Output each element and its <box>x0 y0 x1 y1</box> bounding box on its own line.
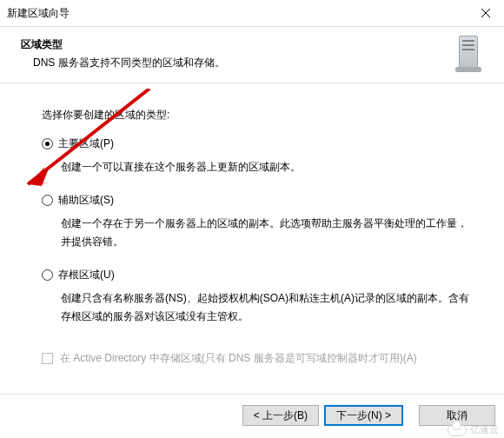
header-subtitle: DNS 服务器支持不同类型的区域和存储。 <box>17 56 225 70</box>
next-button[interactable]: 下一步(N) > <box>324 405 403 426</box>
radio-secondary-desc: 创建一个存在于另一个服务器上的区域的副本。此选项帮助主服务器平衡处理的工作量，并… <box>42 213 483 261</box>
wizard-body: 选择你要创建的区域的类型: 主要区域(P) 创建一个可以直接在这个服务器上更新的… <box>0 83 504 366</box>
radio-icon <box>42 195 53 206</box>
back-button[interactable]: < 上一步(B) <box>242 405 319 426</box>
radio-secondary[interactable]: 辅助区域(S) <box>42 193 483 208</box>
ad-storage-label: 在 Active Directory 中存储区域(只有 DNS 服务器是可写域控… <box>60 351 417 366</box>
radio-stub-desc: 创建只含有名称服务器(NS)、起始授权机构(SOA)和粘连主机(A)记录的区域的… <box>42 288 483 335</box>
ad-storage-checkbox: 在 Active Directory 中存储区域(只有 DNS 服务器是可写域控… <box>42 351 483 366</box>
radio-secondary-label: 辅助区域(S) <box>58 193 114 208</box>
header-text: 区域类型 DNS 服务器支持不同类型的区域和存储。 <box>17 36 225 72</box>
radio-primary-label: 主要区域(P) <box>58 136 114 151</box>
zone-type-group: 主要区域(P) 创建一个可以直接在这个服务器上更新的区域副本。 辅助区域(S) … <box>42 136 483 335</box>
prompt-text: 选择你要创建的区域的类型: <box>42 108 483 123</box>
radio-stub-label: 存根区域(U) <box>58 268 115 282</box>
close-button[interactable] <box>468 1 504 25</box>
checkbox-icon <box>42 353 53 364</box>
header-title: 区域类型 <box>17 37 225 52</box>
titlebar: 新建区域向导 <box>0 0 504 26</box>
radio-icon <box>42 138 53 149</box>
cancel-button[interactable]: 取消 <box>419 405 495 426</box>
radio-icon <box>42 269 53 281</box>
radio-primary-desc: 创建一个可以直接在这个服务器上更新的区域副本。 <box>42 156 483 186</box>
wizard-header: 区域类型 DNS 服务器支持不同类型的区域和存储。 <box>0 27 504 83</box>
close-icon <box>481 6 490 20</box>
radio-stub[interactable]: 存根区域(U) <box>42 268 483 282</box>
radio-primary[interactable]: 主要区域(P) <box>42 136 483 151</box>
server-icon <box>452 36 487 72</box>
divider <box>0 394 504 395</box>
button-bar: < 上一步(B) 下一步(N) > 取消 <box>242 405 495 426</box>
window-title: 新建区域向导 <box>7 6 70 21</box>
